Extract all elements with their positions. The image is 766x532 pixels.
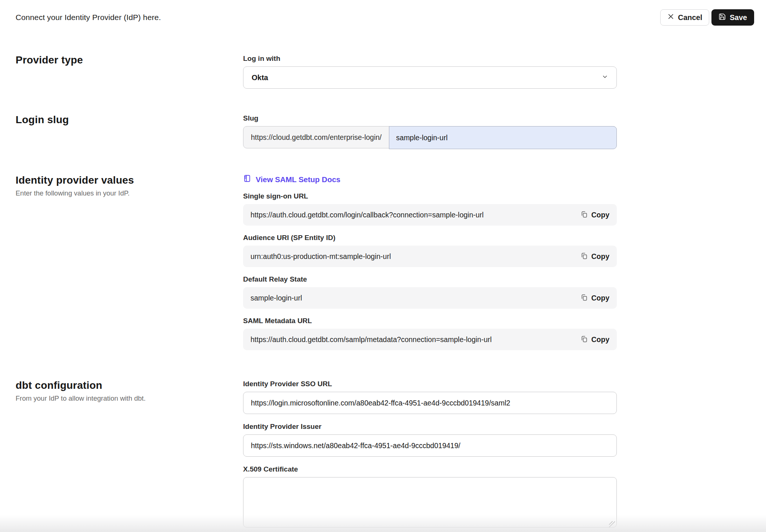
close-icon xyxy=(667,13,674,22)
x509-certificate-textarea[interactable] xyxy=(243,477,617,528)
section-provider-type: Provider type Log in with Okta xyxy=(0,54,766,89)
copy-icon xyxy=(580,294,588,302)
provider-select[interactable]: Okta xyxy=(243,66,617,89)
provider-type-heading: Provider type xyxy=(16,54,243,66)
copy-icon xyxy=(580,335,588,344)
docs-book-icon xyxy=(243,174,251,184)
copy-button[interactable]: Copy xyxy=(580,335,609,344)
save-button[interactable]: Save xyxy=(711,9,754,26)
readonly-value: urn:auth0:us-production-mt:sample-login-… xyxy=(251,252,391,261)
login-slug-heading: Login slug xyxy=(16,114,243,126)
dbt-config-subtitle: From your IdP to allow integration with … xyxy=(16,394,243,403)
copy-button-label: Copy xyxy=(591,294,609,302)
audience-uri-copy-field: Audience URI (SP Entity ID) urn:auth0:us… xyxy=(243,233,617,267)
chevron-down-icon xyxy=(602,73,608,82)
field-label: Default Relay State xyxy=(243,275,617,284)
provider-select-value: Okta xyxy=(252,73,268,82)
idp-issuer-label: Identity Provider Issuer xyxy=(243,422,617,431)
readonly-value: https://auth.cloud.getdbt.com/samlp/meta… xyxy=(251,335,492,344)
saml-docs-link[interactable]: View SAML Setup Docs xyxy=(243,174,340,184)
readonly-value-box: sample-login-url Copy xyxy=(243,287,617,309)
copy-button[interactable]: Copy xyxy=(580,294,609,302)
save-button-label: Save xyxy=(730,13,747,22)
x509-certificate-label: X.509 Certificate xyxy=(243,465,617,474)
section-idp-values: Identity provider values Enter the follo… xyxy=(0,174,766,358)
cancel-button[interactable]: Cancel xyxy=(660,9,710,26)
copy-icon xyxy=(580,252,588,261)
cancel-button-label: Cancel xyxy=(678,13,703,22)
readonly-value-box: urn:auth0:us-production-mt:sample-login-… xyxy=(243,246,617,267)
save-disk-icon xyxy=(718,13,726,22)
copy-button[interactable]: Copy xyxy=(580,252,609,261)
saml-metadata-copy-field: SAML Metadata URL https://auth.cloud.get… xyxy=(243,316,617,350)
idp-sso-url-input[interactable] xyxy=(243,392,617,414)
readonly-value: sample-login-url xyxy=(251,294,302,302)
copy-button-label: Copy xyxy=(591,211,609,219)
slug-composite-field: https://cloud.getdbt.com/enterprise-logi… xyxy=(243,126,617,148)
x509-certificate-field: X.509 Certificate xyxy=(243,465,617,529)
copy-button-label: Copy xyxy=(591,335,609,344)
section-login-slug: Login slug Slug https://cloud.getdbt.com… xyxy=(0,114,766,148)
slug-input[interactable] xyxy=(389,126,617,149)
copy-button[interactable]: Copy xyxy=(580,211,609,219)
saml-docs-link-label: View SAML Setup Docs xyxy=(256,175,340,184)
slug-label: Slug xyxy=(243,114,617,123)
idp-issuer-field: Identity Provider Issuer xyxy=(243,422,617,457)
slug-url-prefix: https://cloud.getdbt.com/enterprise-logi… xyxy=(243,127,389,148)
idp-sso-url-label: Identity Provider SSO URL xyxy=(243,380,617,388)
field-label: SAML Metadata URL xyxy=(243,316,617,325)
readonly-value: https://auth.cloud.getdbt.com/login/call… xyxy=(251,211,484,219)
readonly-value-box: https://auth.cloud.getdbt.com/login/call… xyxy=(243,204,617,226)
page-title: Connect your Identity Provider (IdP) her… xyxy=(16,13,161,22)
idp-values-subtitle: Enter the following values in your IdP. xyxy=(16,189,243,197)
login-with-label: Log in with xyxy=(243,54,617,63)
idp-values-heading: Identity provider values xyxy=(16,174,243,186)
relay-state-copy-field: Default Relay State sample-login-url Cop… xyxy=(243,275,617,309)
idp-sso-url-field: Identity Provider SSO URL xyxy=(243,380,617,414)
idp-issuer-input[interactable] xyxy=(243,434,617,457)
topbar: Connect your Identity Provider (IdP) her… xyxy=(0,0,766,26)
field-label: Audience URI (SP Entity ID) xyxy=(243,233,617,242)
copy-icon xyxy=(580,211,588,219)
topbar-actions: Cancel Save xyxy=(660,9,754,26)
readonly-value-box: https://auth.cloud.getdbt.com/samlp/meta… xyxy=(243,329,617,350)
dbt-config-heading: dbt configuration xyxy=(16,380,243,391)
field-label: Single sign-on URL xyxy=(243,192,617,201)
section-dbt-configuration: dbt configuration From your IdP to allow… xyxy=(0,380,766,532)
sso-url-copy-field: Single sign-on URL https://auth.cloud.ge… xyxy=(243,192,617,226)
copy-button-label: Copy xyxy=(591,252,609,261)
